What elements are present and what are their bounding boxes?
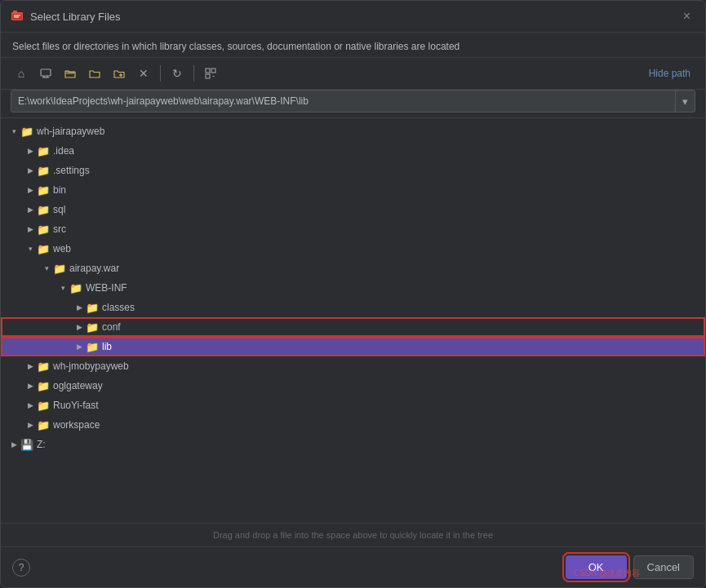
- expand-icon[interactable]: ▶: [24, 379, 37, 392]
- list-item[interactable]: ▶ 📁 RuoYi-fast: [1, 396, 705, 415]
- item-label: .settings: [53, 165, 90, 176]
- expand-icon[interactable]: ▶: [24, 399, 37, 412]
- bottom-bar: ? OK Cancel: [1, 546, 705, 587]
- folder-icon: 📁: [37, 360, 50, 373]
- expand-icon[interactable]: ▾: [7, 125, 20, 138]
- list-item[interactable]: ▶ 📁 .idea: [1, 141, 705, 161]
- item-label: conf: [102, 321, 121, 333]
- list-item[interactable]: ▶ 📁 bin: [1, 180, 705, 200]
- folder-icon: 📁: [86, 341, 99, 353]
- list-item[interactable]: ▶ 📁 .settings: [1, 161, 705, 180]
- help-button[interactable]: ?: [12, 559, 30, 577]
- list-item[interactable]: ▶ 📁 src: [1, 219, 705, 239]
- folder-icon: 📁: [37, 400, 50, 412]
- list-item[interactable]: ▶ 📁 workspace: [1, 415, 705, 435]
- folder-icon: 📁: [37, 380, 50, 392]
- item-label: wh-jmobypayweb: [53, 360, 129, 372]
- folder-icon: 📁: [69, 282, 82, 294]
- list-item[interactable]: ▶ 📁 lib: [1, 337, 705, 356]
- refresh-button[interactable]: ↻: [167, 63, 188, 84]
- svg-rect-1: [13, 11, 17, 13]
- svg-rect-13: [206, 74, 210, 78]
- expand-icon[interactable]: ▶: [73, 321, 86, 334]
- item-label: airapay.war: [69, 263, 119, 274]
- dialog-description: Select files or directories in which lib…: [1, 33, 705, 58]
- expand-icon[interactable]: ▶: [24, 360, 37, 373]
- file-tree: ▾ 📁 wh-jairapayweb ▶ 📁 .idea ▶ 📁 .settin…: [1, 117, 705, 523]
- delete-button[interactable]: ✕: [133, 63, 154, 84]
- expand-icon[interactable]: ▶: [24, 144, 37, 157]
- folder-open-button[interactable]: [60, 63, 81, 84]
- desktop-button[interactable]: [35, 63, 56, 84]
- item-label: lib: [102, 341, 112, 352]
- close-button[interactable]: ×: [678, 7, 695, 25]
- item-label: .idea: [53, 145, 74, 157]
- expand-icon[interactable]: ▶: [73, 301, 86, 314]
- list-item[interactable]: ▶ 📁 oglgateway: [1, 376, 705, 396]
- list-item[interactable]: ▾ 📁 WEB-INF: [1, 278, 705, 298]
- expand-icon[interactable]: ▶: [24, 164, 37, 177]
- list-item[interactable]: ▶ 📁 classes: [1, 298, 705, 317]
- item-label: oglgateway: [53, 380, 103, 391]
- toolbar: ⌂ ✕ ↻ Hide path: [1, 58, 705, 90]
- folder-icon: 📁: [37, 243, 50, 255]
- list-item[interactable]: ▶ 💾 Z:: [1, 435, 705, 454]
- path-dropdown-button[interactable]: ▾: [675, 91, 695, 112]
- list-item[interactable]: ▶ 📁 wh-jmobypayweb: [1, 356, 705, 376]
- expand-icon[interactable]: ▶: [7, 438, 20, 451]
- expand-icon[interactable]: ▾: [56, 281, 69, 294]
- folder-icon: 📁: [37, 419, 50, 431]
- folder-icon: 📁: [37, 223, 50, 236]
- folder-icon: 📁: [86, 302, 99, 314]
- item-label: classes: [102, 302, 135, 313]
- list-item[interactable]: ▶ 📁 conf: [1, 317, 705, 337]
- toolbar-separator-2: [193, 65, 194, 82]
- folder-icon: 📁: [37, 184, 50, 197]
- toolbar-separator: [160, 65, 161, 82]
- folder-icon: 📁: [37, 204, 50, 216]
- folder-icon: 💾: [20, 439, 33, 451]
- svg-rect-11: [206, 69, 210, 73]
- cancel-button[interactable]: Cancel: [633, 555, 694, 579]
- folder-icon: 📁: [37, 165, 50, 177]
- item-label: Z:: [37, 439, 46, 450]
- item-label: bin: [53, 184, 66, 196]
- folder-icon: 📁: [86, 321, 99, 334]
- hide-path-button[interactable]: Hide path: [644, 65, 695, 82]
- expand-icon[interactable]: ▶: [73, 340, 86, 353]
- item-label: src: [53, 223, 66, 235]
- expand-icon[interactable]: ▶: [24, 223, 37, 236]
- expand-icon[interactable]: ▶: [24, 418, 37, 431]
- dialog-title: Select Library Files: [30, 11, 678, 23]
- item-label: web: [53, 243, 71, 254]
- expand-icon[interactable]: ▾: [24, 242, 37, 255]
- action-buttons: OK Cancel: [566, 555, 694, 579]
- item-label: WEB-INF: [86, 282, 127, 294]
- select-library-dialog: Select Library Files × Select files or d…: [0, 0, 706, 588]
- path-input[interactable]: [11, 95, 675, 107]
- home-button[interactable]: ⌂: [11, 63, 32, 84]
- folder-icon: 📁: [53, 263, 66, 275]
- drag-hint: Drag and drop a file into the space abov…: [1, 523, 705, 546]
- list-item[interactable]: ▶ 📁 sql: [1, 200, 705, 219]
- collapse-all-button[interactable]: [200, 63, 221, 84]
- item-label: workspace: [53, 419, 100, 431]
- ok-button[interactable]: OK: [566, 555, 627, 579]
- folder-icon: 📁: [37, 145, 50, 157]
- title-bar: Select Library Files ×: [1, 1, 705, 33]
- folder-icon: 📁: [20, 126, 33, 138]
- new-folder-button[interactable]: [109, 63, 130, 84]
- expand-icon[interactable]: ▶: [24, 183, 37, 197]
- svg-rect-12: [211, 69, 215, 73]
- expand-icon[interactable]: ▾: [40, 262, 53, 275]
- list-item[interactable]: ▾ 📁 airapay.war: [1, 259, 705, 278]
- list-item[interactable]: ▾ 📁 wh-jairapayweb: [1, 122, 705, 141]
- item-label: sql: [53, 204, 65, 215]
- svg-rect-5: [41, 69, 51, 76]
- list-item[interactable]: ▾ 📁 web: [1, 239, 705, 259]
- path-bar: ▾: [11, 90, 695, 113]
- dialog-icon: [11, 10, 24, 23]
- folder-button[interactable]: [84, 63, 105, 84]
- expand-icon[interactable]: ▶: [24, 203, 37, 216]
- item-label: RuoYi-fast: [53, 400, 99, 411]
